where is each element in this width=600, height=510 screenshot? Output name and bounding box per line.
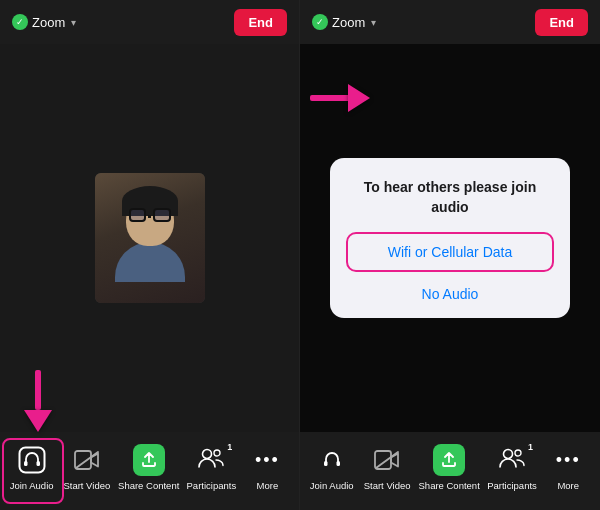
arrow-right-indicator [310,84,370,112]
participant-video [95,173,205,303]
join-audio-btn-right[interactable]: Join Audio [308,442,356,491]
right-screen: ✓ Zoom ▾ End To hear others please join … [300,0,600,510]
more-icon-wrap-right: ••• [550,442,586,478]
start-video-label: Start Video [63,481,110,491]
video-icon-wrap [69,442,105,478]
shield-icon-left: ✓ [12,14,28,30]
participants-icon: 1 [198,448,224,473]
left-toolbar: Join Audio Start Video Share Conte [0,432,299,510]
person-silhouette [115,194,185,282]
more-dots-left: ••• [255,450,280,471]
face-head [126,194,174,246]
modal-overlay: To hear others please join audio Wifi or… [300,44,600,432]
more-btn-right[interactable]: ••• More [544,442,592,491]
glass-left [129,208,146,222]
participants-label-right: Participants [487,481,537,491]
svg-rect-1 [24,461,28,466]
share-green-box [133,444,165,476]
arrow-shaft-h [310,95,350,101]
shield-icon-right: ✓ [312,14,328,30]
share-green-box-right [433,444,465,476]
start-video-label-right: Start Video [364,481,411,491]
right-top-bar: ✓ Zoom ▾ End [300,0,600,44]
wifi-cellular-button[interactable]: Wifi or Cellular Data [346,232,554,272]
left-top-bar: ✓ Zoom ▾ End [0,0,299,44]
participants-icon-wrap: 1 [193,442,229,478]
share-content-btn-right[interactable]: Share Content [419,442,480,491]
svg-point-10 [515,450,521,456]
more-dots-right: ••• [556,450,581,471]
more-label-right: More [557,481,579,491]
participants-badge-right: 1 [528,442,533,452]
chevron-left: ▾ [71,17,76,28]
participants-label: Participants [187,481,237,491]
start-video-btn-right[interactable]: Start Video [363,442,411,491]
more-btn-left[interactable]: ••• More [243,442,291,491]
arrow-indicator-left [24,372,52,432]
video-icon [74,450,100,470]
zoom-label-right[interactable]: ✓ Zoom ▾ [312,14,376,30]
start-video-btn[interactable]: Start Video [63,442,111,491]
participants-icon-right: 1 [499,448,525,473]
app-name-left: Zoom [32,15,65,30]
face-glasses [129,208,171,222]
end-button-left[interactable]: End [234,9,287,36]
chevron-right: ▾ [371,17,376,28]
modal-title: To hear others please join audio [346,178,554,217]
headphone-icon-right [318,446,346,474]
more-label-left: More [257,481,279,491]
participants-icon-wrap-right: 1 [494,442,530,478]
share-icon [141,452,157,468]
video-icon-right [374,450,400,470]
face-body [115,242,185,282]
share-icon-wrap [131,442,167,478]
join-audio-btn[interactable]: Join Audio [8,442,56,491]
no-audio-button[interactable]: No Audio [422,286,479,302]
share-content-btn[interactable]: Share Content [118,442,179,491]
glass-right [153,208,170,222]
svg-point-5 [214,450,220,456]
people-icon [198,448,224,468]
end-button-right[interactable]: End [535,9,588,36]
participants-btn-right[interactable]: 1 Participants [487,442,537,491]
participants-btn[interactable]: 1 Participants [187,442,237,491]
join-audio-icon-wrap [14,442,50,478]
svg-rect-6 [324,461,328,466]
svg-rect-0 [19,448,44,473]
svg-point-9 [504,449,513,458]
participant-thumbnail [95,173,205,303]
left-screen: ✓ Zoom ▾ End [0,0,300,510]
right-toolbar: Join Audio Start Video Share Conte [300,432,600,510]
share-icon-wrap-right [431,442,467,478]
arrow-down-left [24,410,52,432]
svg-rect-7 [336,461,340,466]
join-audio-icon-wrap-right [314,442,350,478]
participants-badge: 1 [227,442,232,452]
join-audio-label-right: Join Audio [310,481,354,491]
glass-bridge [148,215,152,218]
join-audio-label: Join Audio [10,481,54,491]
people-icon-right [499,448,525,468]
zoom-label-left[interactable]: ✓ Zoom ▾ [12,14,76,30]
more-icon-wrap-left: ••• [249,442,285,478]
svg-point-4 [203,449,212,458]
share-content-label: Share Content [118,481,179,491]
share-content-label-right: Share Content [419,481,480,491]
share-icon-right [441,452,457,468]
app-name-right: Zoom [332,15,365,30]
arrow-shaft-left [35,370,41,410]
headphone-icon [18,446,46,474]
svg-rect-2 [36,461,40,466]
arrow-right [348,84,370,112]
join-audio-modal: To hear others please join audio Wifi or… [330,158,570,317]
video-icon-wrap-right [369,442,405,478]
